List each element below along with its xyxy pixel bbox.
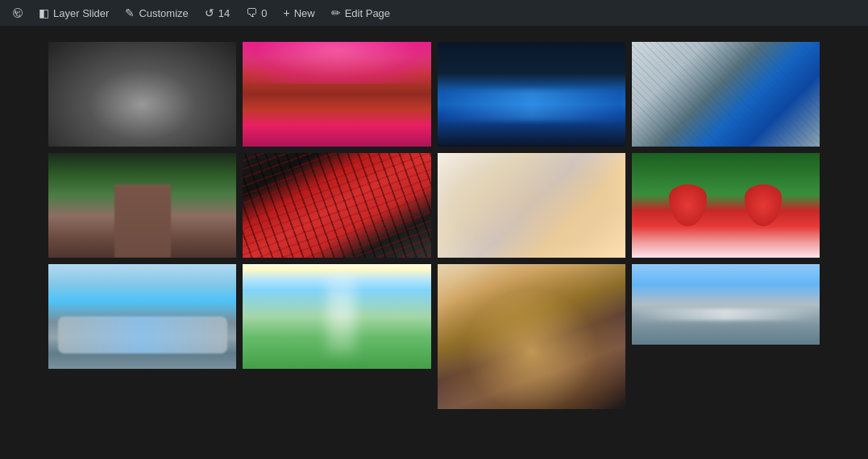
customize-menu[interactable]: ✎ Customize (118, 0, 194, 26)
revisions-menu[interactable]: ↺ 14 (198, 0, 236, 26)
image-red-building[interactable] (243, 153, 430, 258)
image-car-bw[interactable] (48, 42, 236, 147)
gallery-item-red-flowers[interactable] (632, 153, 820, 258)
edit-page-label: Edit Page (345, 7, 390, 19)
gallery-item-city-night[interactable] (438, 42, 625, 147)
image-tea-cup[interactable] (438, 264, 625, 409)
image-forest-road[interactable] (48, 153, 236, 258)
comments-icon: 🗨 (246, 6, 257, 19)
new-menu[interactable]: + New (277, 0, 322, 26)
gallery-item-car-bw[interactable] (48, 42, 236, 147)
new-label: New (294, 7, 315, 19)
layer-slider-icon: ◧ (39, 6, 49, 19)
layer-slider-label: Layer Slider (53, 7, 109, 19)
gallery-item-girl-field[interactable] (243, 264, 430, 409)
image-city-night[interactable] (438, 42, 625, 147)
image-peacock[interactable] (632, 42, 820, 147)
gallery-item-tea-cup[interactable] (438, 264, 625, 409)
image-grid (48, 42, 820, 409)
edit-page-menu[interactable]: ✏ Edit Page (325, 0, 397, 26)
comments-count: 0 (261, 7, 267, 19)
edit-page-icon: ✏ (331, 6, 341, 19)
revisions-icon: ↺ (205, 6, 214, 19)
customize-icon: ✎ (125, 6, 135, 19)
comments-menu[interactable]: 🗨 0 (239, 0, 273, 26)
gallery-item-travel-items[interactable] (438, 153, 625, 258)
image-girl-flowers[interactable] (243, 42, 430, 147)
customize-label: Customize (139, 7, 188, 19)
revisions-count: 14 (218, 7, 230, 19)
image-red-flowers[interactable] (632, 153, 820, 258)
image-girl-field[interactable] (243, 264, 430, 369)
gallery-item-beach[interactable] (632, 264, 820, 409)
new-icon: + (284, 6, 290, 19)
main-content (0, 26, 868, 459)
gallery-item-forest-road[interactable] (48, 153, 236, 258)
layer-slider-menu[interactable]: ◧ Layer Slider (32, 0, 115, 26)
gallery-item-red-building[interactable] (243, 153, 430, 258)
image-travel-items[interactable] (438, 153, 625, 258)
image-vintage-car[interactable] (48, 264, 236, 369)
gallery-item-girl-flowers[interactable] (243, 42, 430, 147)
admin-bar: ◧ Layer Slider ✎ Customize ↺ 14 🗨 0 + Ne… (0, 0, 868, 26)
gallery-item-peacock[interactable] (632, 42, 820, 147)
image-beach[interactable] (632, 264, 820, 345)
gallery-item-vintage-car[interactable] (48, 264, 236, 409)
wordpress-logo[interactable] (6, 2, 29, 24)
